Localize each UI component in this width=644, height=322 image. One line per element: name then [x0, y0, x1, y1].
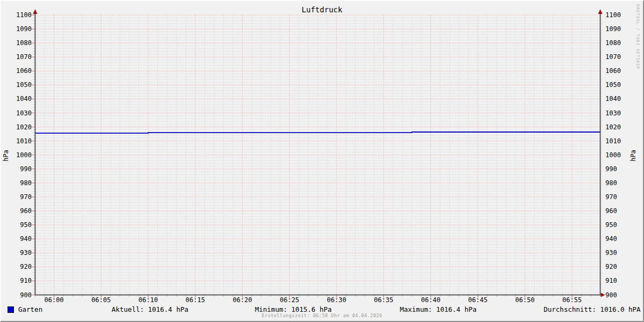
x-tick-label: 06:30: [327, 296, 346, 304]
y-tick-label-right: 1060: [605, 67, 621, 75]
y-tick-label-right: 1020: [605, 123, 621, 131]
rrdtool-watermark: RRDTOOL / TOBI OETIKER: [635, 4, 640, 69]
y-tick-label-right: 1050: [605, 81, 621, 89]
x-tick-label: 06:45: [468, 296, 487, 304]
y-tick-label-left: 990: [20, 165, 32, 173]
x-tick-label: 06:40: [421, 296, 441, 304]
y-tick-label-left: 1050: [16, 81, 32, 89]
x-tick-label: 06:20: [233, 296, 252, 304]
y-tick-label-right: 1040: [605, 95, 621, 103]
y-tick-label-right: 910: [605, 277, 617, 284]
x-tick-label: 06:10: [138, 296, 158, 304]
x-tick-label: 06:50: [515, 296, 535, 304]
x-tick-label: 06:15: [186, 296, 205, 304]
y-tick-label-left: 1060: [16, 67, 32, 75]
y-tick-label-left: 910: [20, 277, 32, 284]
y-tick-label-right: 900: [605, 291, 617, 299]
y-tick-label-right: 1030: [605, 109, 621, 117]
y-tick-label-left: 1020: [16, 123, 32, 131]
y-axis-unit-left: hPa: [2, 145, 10, 166]
stat-average: Durchschnitt: 1016.0 hPA: [544, 305, 641, 313]
graph-canvas: 9009009109109209209309309409409509509609…: [0, 0, 644, 322]
y-tick-label-right: 1010: [605, 137, 621, 145]
y-tick-label-left: 960: [20, 207, 32, 215]
y-tick-label-left: 950: [20, 221, 32, 229]
creation-timestamp: Erstellungszeit: 06:58 Uhr am 04.04.2026: [0, 313, 644, 318]
y-tick-label-right: 980: [605, 179, 617, 187]
y-tick-label-right: 1090: [605, 25, 621, 33]
x-axis-arrow-icon: [601, 293, 605, 297]
pressure-chart: 9009009109109209209309309409409509509609…: [0, 0, 644, 322]
y-tick-label-left: 1070: [16, 53, 32, 61]
y-tick-label-left: 940: [20, 235, 32, 243]
y-tick-label-left: 920: [20, 263, 32, 270]
y-tick-label-right: 1070: [605, 53, 621, 61]
y-tick-label-right: 940: [605, 235, 617, 243]
rrdtool-graph-frame: 9009009109109209209309309409409509509609…: [0, 0, 644, 322]
y-tick-label-right: 930: [605, 249, 617, 257]
page-title: Luftdruck: [0, 5, 644, 14]
y-tick-label-left: 970: [20, 193, 32, 201]
y-tick-label-left: 900: [20, 291, 32, 299]
y-tick-label-left: 1090: [16, 25, 32, 33]
stat-maximum: Maximum: 1016.4 hPa: [400, 305, 477, 313]
x-tick-label: 06:55: [562, 296, 582, 304]
y-tick-label-right: 920: [605, 263, 617, 270]
y-tick-label-left: 980: [20, 179, 32, 187]
y-tick-label-left: 1040: [16, 95, 32, 103]
y-tick-label-right: 960: [605, 207, 617, 215]
y-tick-label-left: 930: [20, 249, 32, 257]
y-tick-label-right: 1080: [605, 39, 621, 47]
series-label: Garten: [18, 305, 42, 313]
x-tick-label: 06:25: [280, 296, 299, 304]
x-tick-label: 06:35: [374, 296, 393, 304]
y-tick-label-left: 1000: [16, 151, 32, 159]
y-tick-label-left: 1080: [16, 39, 32, 47]
y-tick-label-right: 1000: [605, 151, 621, 159]
stat-minimum: Minimum: 1015.6 hPa: [255, 305, 332, 313]
y-tick-label-right: 950: [605, 221, 617, 229]
y-tick-label-right: 970: [605, 193, 617, 201]
series-color-swatch: [8, 306, 14, 313]
stat-current: Aktuell: 1016.4 hPa: [112, 305, 188, 313]
x-tick-label: 06:05: [91, 296, 111, 304]
x-tick-label: 06:00: [45, 296, 64, 304]
y-tick-label-left: 1030: [16, 109, 32, 117]
y-axis-unit-right: hPa: [630, 145, 637, 166]
legend-series-garten: Garten: [8, 305, 42, 313]
y-tick-label-right: 990: [605, 165, 617, 173]
y-tick-label-left: 1010: [16, 137, 32, 145]
